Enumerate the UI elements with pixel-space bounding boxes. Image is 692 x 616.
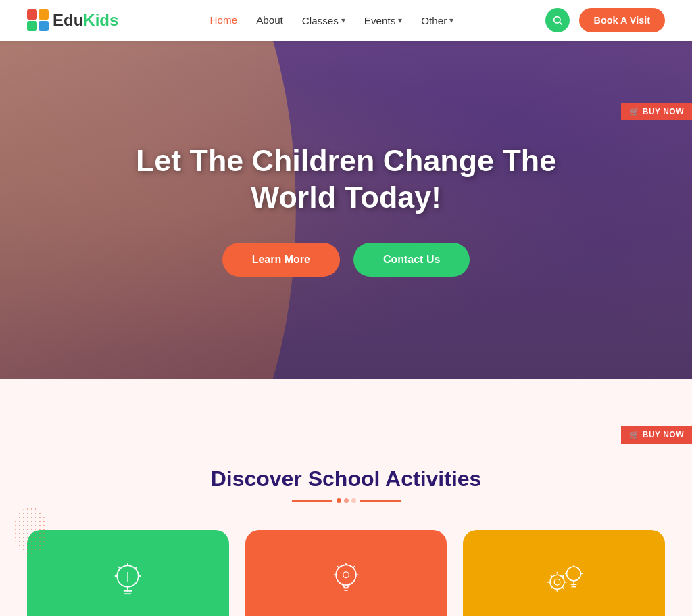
svg-point-15 (343, 572, 349, 578)
hero-content: Let The Children Change The World Today!… (0, 41, 692, 379)
logo-icon (27, 9, 49, 31)
divider-dot-1 (337, 498, 341, 503)
svg-line-19 (337, 566, 339, 568)
nav-item-home[interactable]: Home (210, 14, 238, 26)
gear-bulb-icon (541, 557, 588, 605)
cart-icon-2: 🛒 (629, 430, 640, 440)
nav-links: Home About Classes Events Other (210, 14, 454, 26)
buy-now-label-bottom: BUY NOW (643, 430, 684, 440)
svg-point-12 (336, 565, 356, 585)
svg-line-10 (136, 567, 138, 569)
svg-line-1 (560, 22, 562, 25)
navbar: EduKids Home About Classes Events Other … (0, 0, 692, 41)
logo-kids: Kids (83, 11, 118, 29)
bulb-fancy-icon (322, 557, 370, 605)
divider-dot-2 (344, 498, 349, 503)
logo-text: EduKids (53, 11, 118, 30)
nav-link-other[interactable]: Other (421, 15, 453, 26)
buy-now-badge-top[interactable]: 🛒 BUY NOW (621, 103, 692, 120)
search-button[interactable] (545, 8, 570, 32)
svg-point-31 (566, 567, 580, 581)
activities-section: Discover School Activities (0, 453, 692, 616)
nav-link-about[interactable]: About (256, 14, 283, 26)
card-creative-learning: Creative Learning Lorem ipsum dolor sit … (245, 530, 447, 616)
cloud-divider (0, 372, 692, 453)
divider-dot-3 (351, 498, 356, 503)
nav-link-events[interactable]: Events (364, 15, 402, 26)
card-creative-activities: Creative Activities Lorem ipsum dolor si… (463, 530, 665, 616)
nav-item-other[interactable]: Other (421, 15, 453, 26)
creative-games-icon (104, 557, 151, 607)
hero-buttons: Learn More Contact Us (222, 243, 470, 277)
nav-item-events[interactable]: Events (364, 15, 402, 26)
book-visit-button[interactable]: Book A Visit (579, 8, 665, 32)
hero-title: Let The Children Change The World Today! (103, 143, 589, 216)
divider-line-left (292, 500, 332, 502)
svg-line-20 (353, 566, 355, 568)
activities-title: Discover School Activities (27, 467, 665, 492)
nav-link-classes[interactable]: Classes (302, 15, 345, 26)
divider-dots (337, 498, 356, 503)
svg-point-0 (553, 17, 560, 23)
buy-now-badge-bottom[interactable]: 🛒 BUY NOW (621, 426, 692, 444)
logo[interactable]: EduKids (27, 9, 118, 31)
cards-grid: Creative Games Lorem ipsum dolor sit ame… (27, 530, 665, 616)
nav-link-home[interactable]: Home (210, 14, 238, 26)
bulb-simple-icon (104, 557, 151, 605)
creative-learning-icon (322, 557, 370, 607)
card-creative-games: Creative Games Lorem ipsum dolor sit ame… (27, 530, 229, 616)
divider-line-right (360, 500, 401, 502)
svg-line-28 (562, 588, 564, 589)
svg-line-27 (551, 575, 552, 577)
cloud-svg (0, 372, 692, 453)
svg-point-22 (554, 579, 560, 585)
dot-decoration (14, 507, 47, 554)
contact-us-button[interactable]: Contact Us (353, 243, 470, 277)
cart-icon: 🛒 (629, 107, 640, 116)
nav-item-classes[interactable]: Classes (302, 15, 345, 26)
logo-edu: Edu (53, 11, 83, 29)
hero-section: Let The Children Change The World Today!… (0, 41, 692, 379)
svg-line-29 (562, 575, 564, 577)
nav-actions: Book A Visit (545, 8, 665, 32)
svg-line-30 (551, 588, 552, 589)
svg-line-9 (118, 567, 120, 569)
buy-now-label-top: BUY NOW (643, 107, 684, 116)
creative-activities-icon (541, 557, 588, 607)
learn-more-button[interactable]: Learn More (222, 243, 340, 277)
search-icon (552, 15, 563, 26)
section-divider (27, 498, 665, 503)
svg-point-21 (550, 575, 564, 589)
nav-item-about[interactable]: About (256, 14, 283, 26)
